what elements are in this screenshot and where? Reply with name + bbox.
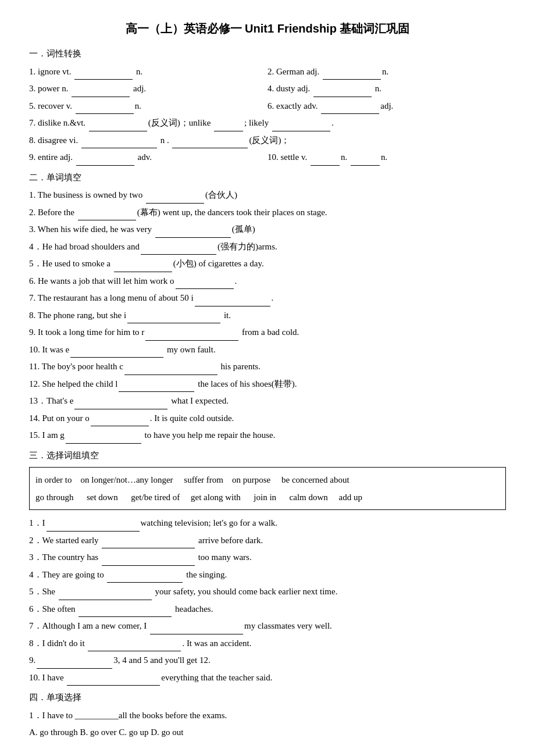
part1-rows: 1. ignore vt. n. 2. German adj. n. 3. po… (29, 63, 506, 166)
part2-item-8: 8. The phone rang, but she i it. (29, 307, 506, 324)
part1-row-4: 7. dislike n.&vt. (反义词)；unlike ; likely … (29, 115, 506, 131)
part3-item-4: 4．They are going to the singing. (29, 566, 506, 583)
part1-row-2: 3. power n. adj. 4. dusty adj. n. (29, 80, 506, 97)
part2-item-2: 2. Before the (幕布) went up, the dancers … (29, 204, 506, 221)
part3-item-3: 3．The country has too many wars. (29, 549, 506, 566)
part2-item-6: 6. He wants a job that will let him work… (29, 273, 506, 290)
part3-item-1: 1．Iwatching television; let's go for a w… (29, 515, 506, 532)
part2-item-1: 1. The business is owned by two (合伙人) (29, 187, 506, 204)
part3-item-7: 7．Although I am a new comer, I my classm… (29, 618, 506, 634)
section-4-header: 四．单项选择 (29, 689, 506, 706)
part3-item-2: 2．We started early arrive before dark. (29, 532, 506, 549)
part3-item-10: 10. I have everything that the teacher s… (29, 669, 506, 686)
part1-row-3: 5. recover v. n. 6. exactly adv. adj. (29, 98, 506, 115)
part1-row-1: 1. ignore vt. n. 2. German adj. n. (29, 63, 506, 80)
section-2-header: 二．单词填空 (29, 169, 506, 186)
part4-items: 1．I have to __________all the books befo… (29, 707, 506, 741)
part2-item-9: 9. It took a long time for him to r from… (29, 324, 506, 341)
part2-item-14: 14. Put on your o. It is quite cold outs… (29, 410, 506, 427)
part4-q1-options: A. go through B. go over C. go up D. go … (29, 724, 506, 741)
part3-item-8: 8．I didn't do it . It was an accident. (29, 635, 506, 652)
part2-item-4: 4．He had broad shoulders and(强有力的)arms. (29, 238, 506, 255)
part2-item-7: 7. The restaurant has a long menu of abo… (29, 290, 506, 306)
part2-item-10: 10. It was e my own fault. (29, 341, 506, 358)
part3-items: 1．Iwatching television; let's go for a w… (29, 515, 506, 686)
part1-row-5: 8. disagree vi. n . (反义词)； (29, 132, 506, 149)
part2-items: 1. The business is owned by two (合伙人) 2.… (29, 187, 506, 444)
part2-item-11: 11. The boy's poor health c his parents. (29, 358, 506, 375)
part3-item-5: 5．She your safety, you should come back … (29, 583, 506, 600)
page-title: 高一（上）英语必修一 Unit1 Friendship 基础词汇巩固 (29, 17, 506, 40)
part1-row-6: 9. entire adj. adv. 10. settle v. n. n. (29, 149, 506, 166)
part2-item-12: 12. She helped the child l the laces of … (29, 376, 506, 393)
section-3-header: 三．选择词组填空 (29, 447, 506, 464)
part2-item-3: 3. When his wife died, he was very (孤单) (29, 221, 506, 238)
phrase-box: in order to on longer/not…any longer suf… (29, 467, 506, 510)
part2-item-5: 5．He used to smoke a (小包) of cigarettes … (29, 255, 506, 272)
section-1-header: 一．词性转换 (29, 45, 506, 62)
part4-q1: 1．I have to __________all the books befo… (29, 707, 506, 724)
part3-item-6: 6．She often headaches. (29, 601, 506, 618)
part3-item-9: 9.3, 4 and 5 and you'll get 12. (29, 652, 506, 669)
part2-item-13: 13．That's e what I expected. (29, 393, 506, 409)
part2-item-15: 15. I am g to have you help me repair th… (29, 427, 506, 444)
